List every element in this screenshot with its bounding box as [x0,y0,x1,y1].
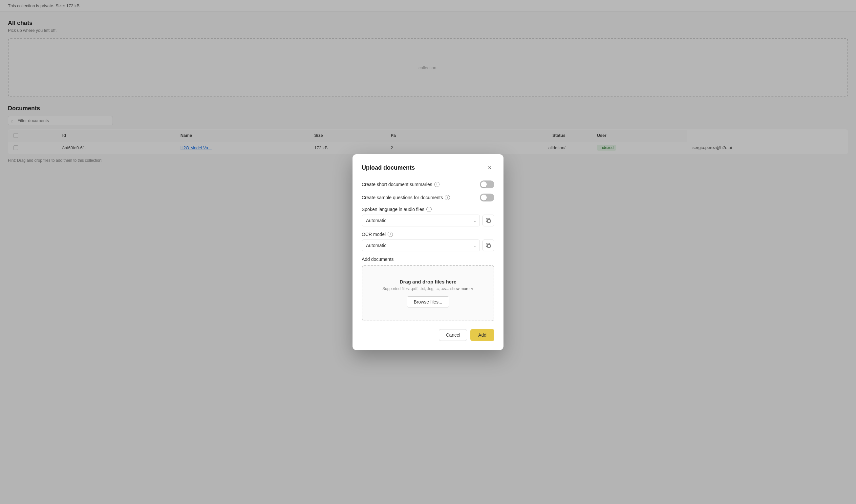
spoken-language-select-wrapper: Automatic English Spanish French ⌄ [362,215,480,227]
spoken-language-group: Spoken language in audio files i Automat… [362,207,494,227]
add-button[interactable]: Add [470,329,494,341]
spoken-language-info-icon[interactable]: i [426,207,432,212]
browse-files-button[interactable]: Browse files... [407,296,449,307]
ocr-model-info-icon[interactable]: i [388,232,393,237]
modal-footer: Cancel Add [362,329,494,341]
create-summaries-row: Create short document summaries i [362,180,494,188]
copy-icon [486,218,491,223]
toggle-slider-questions [480,194,494,201]
ocr-model-label: OCR model i [362,232,494,237]
ocr-model-select[interactable]: Automatic Tesseract None [362,239,480,251]
copy-ocr-model-button[interactable] [482,239,494,251]
questions-info-icon[interactable]: i [445,195,450,200]
ocr-model-group: OCR model i Automatic Tesseract None ⌄ [362,232,494,251]
add-documents-label: Add documents [362,257,494,262]
close-icon: × [488,164,492,171]
svg-rect-1 [487,245,491,247]
create-questions-label: Create sample questions for documents i [362,195,450,200]
cancel-button[interactable]: Cancel [439,329,467,341]
copy-spoken-language-button[interactable] [482,215,494,227]
modal-header: Upload documents × [362,163,494,173]
create-summaries-label: Create short document summaries i [362,182,440,187]
spoken-language-text: Spoken language in audio files [362,207,424,212]
drop-zone-sub: Supported files: .pdf, .txt, .log, .c, .… [369,286,487,291]
spoken-language-select[interactable]: Automatic English Spanish French [362,215,480,227]
svg-rect-0 [487,219,491,222]
modal-overlay: Upload documents × Create short document… [0,0,856,504]
ocr-model-row: Automatic Tesseract None ⌄ [362,239,494,251]
chevron-right-icon: ∨ [471,286,474,291]
drop-zone[interactable]: Drag and drop files here Supported files… [362,265,494,321]
create-questions-row: Create sample questions for documents i [362,194,494,201]
ocr-model-text: OCR model [362,232,386,237]
create-questions-toggle[interactable] [480,194,494,201]
ocr-model-select-wrapper: Automatic Tesseract None ⌄ [362,239,480,251]
add-documents-section: Add documents Drag and drop files here S… [362,257,494,321]
close-modal-button[interactable]: × [485,163,494,173]
spoken-language-row: Automatic English Spanish French ⌄ [362,215,494,227]
create-summaries-toggle[interactable] [480,180,494,188]
drop-zone-title: Drag and drop files here [369,279,487,285]
summaries-info-icon[interactable]: i [434,182,440,187]
create-summaries-text: Create short document summaries [362,182,432,187]
toggle-slider-summaries [480,180,494,188]
spoken-language-label: Spoken language in audio files i [362,207,494,212]
create-questions-text: Create sample questions for documents [362,195,443,200]
upload-documents-modal: Upload documents × Create short document… [353,154,503,350]
supported-files-text: Supported files: .pdf, .txt, .log, .c, .… [382,286,449,291]
show-more-link[interactable]: show more [450,286,470,291]
copy-icon-ocr [486,243,491,248]
modal-title: Upload documents [362,164,415,171]
